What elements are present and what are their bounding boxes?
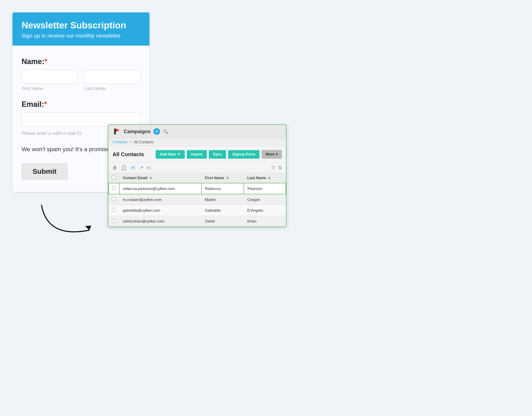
contacts-tbody: rebecca.pearson@zylker.com Rebecca Pears… — [108, 183, 286, 227]
form-subtitle: Sign up to receive our monthly newslette… — [22, 33, 140, 39]
row-first-name: Martin — [202, 194, 244, 205]
row-checkbox-cell — [108, 205, 119, 216]
email-icon[interactable]: 📧 — [130, 165, 136, 170]
submit-button[interactable]: Submit — [22, 163, 68, 180]
row-last-name: D'Angelo — [244, 205, 286, 216]
row-first-name: Zahid — [202, 216, 244, 227]
campaigns-title: Campaigns — [124, 129, 150, 134]
breadcrumb-contacts-link[interactable]: Contacts — [112, 140, 127, 144]
copy-icon[interactable]: 📋 — [121, 165, 126, 170]
signup-form-button[interactable]: Signup Form — [228, 150, 259, 159]
svg-rect-1 — [114, 129, 116, 134]
table-header-row: Contact Email ⇅ First Name ⇅ Last Name ⇅ — [108, 173, 286, 183]
th-first-name: First Name ⇅ — [202, 173, 244, 183]
row-email: zahid.khan@zylker.com — [119, 216, 202, 227]
email-label: Email:* — [22, 100, 140, 109]
row-checkbox[interactable] — [112, 208, 116, 212]
select-all-checkbox[interactable] — [112, 176, 116, 180]
th-checkbox — [108, 173, 119, 183]
header-actions: Add New ▼ Import Sync Signup Form More ▾ — [156, 150, 282, 159]
row-checkbox-cell — [108, 194, 119, 205]
row-checkbox[interactable] — [112, 197, 116, 201]
first-name-filter-icon[interactable]: ⇅ — [226, 176, 229, 180]
breadcrumb-separator: > — [129, 140, 132, 144]
row-email: m.cooper@zylker.com — [119, 194, 202, 205]
email-filter-icon[interactable]: ⇅ — [149, 176, 152, 180]
campaigns-topbar: Campaigns + 🔍 — [108, 125, 286, 138]
toolbar-right: ▽ ⇅ — [272, 165, 282, 170]
more-button[interactable]: More ▾ — [262, 150, 282, 159]
name-row: First name Last name — [22, 70, 140, 91]
search-icon[interactable]: 🔍 — [163, 129, 168, 134]
name-label: Name:* — [22, 57, 140, 66]
campaigns-panel: Campaigns + 🔍 Contacts > All Contacts Al… — [108, 124, 286, 227]
table-row[interactable]: rebecca.pearson@zylker.com Rebecca Pears… — [108, 183, 286, 194]
last-name-col: Last name — [84, 70, 140, 91]
row-email: gabriella@zylker.com — [119, 205, 202, 216]
contacts-table: Contact Email ⇅ First Name ⇅ Last Name ⇅… — [108, 173, 286, 227]
all-contacts-header: All Contacts Add New ▼ Import Sync Signu… — [108, 146, 286, 162]
export-icon[interactable]: ↗ — [139, 165, 143, 170]
first-name-col: First name — [22, 70, 78, 91]
list-icon[interactable]: ≡↓ — [147, 165, 152, 170]
form-header: Newsletter Subscription Sign up to recei… — [12, 12, 149, 46]
form-title: Newsletter Subscription — [22, 20, 140, 31]
campaigns-add-button[interactable]: + — [153, 128, 160, 135]
last-name-filter-icon[interactable]: ⇅ — [268, 176, 271, 180]
table-row[interactable]: gabriella@zylker.com Gabriella D'Angelo — [108, 205, 286, 216]
th-email: Contact Email ⇅ — [119, 173, 202, 183]
svg-marker-0 — [85, 226, 91, 230]
row-checkbox[interactable] — [112, 219, 116, 223]
first-name-input[interactable] — [22, 70, 78, 84]
breadcrumb: Contacts > All Contacts — [108, 138, 286, 146]
last-name-input[interactable] — [84, 70, 140, 84]
name-required-marker: * — [44, 57, 47, 66]
row-last-name: Khan — [244, 216, 286, 227]
table-row[interactable]: m.cooper@zylker.com Martin Cooper — [108, 194, 286, 205]
email-required-marker: * — [44, 100, 47, 108]
th-last-name: Last Name ⇅ — [244, 173, 286, 183]
row-checkbox[interactable] — [112, 186, 116, 190]
row-email: rebecca.pearson@zylker.com — [119, 183, 202, 194]
row-checkbox-cell — [108, 216, 119, 227]
toolbar: 🗑 📋 📧 ↗ ≡↓ ▽ ⇅ — [108, 162, 286, 173]
row-last-name: Cooper — [244, 194, 286, 205]
row-last-name: Pearson — [244, 183, 286, 194]
row-first-name: Rebecca — [202, 183, 244, 194]
all-contacts-title: All Contacts — [112, 151, 144, 158]
svg-marker-2 — [116, 129, 119, 132]
arrow-svg — [35, 201, 102, 243]
toolbar-left: 🗑 📋 📧 ↗ ≡↓ — [112, 165, 152, 170]
campaigns-logo — [113, 128, 121, 135]
filter-icon[interactable]: ▽ — [272, 165, 275, 170]
delete-icon[interactable]: 🗑 — [112, 165, 117, 170]
arrow-container — [35, 201, 102, 243]
sync-button[interactable]: Sync — [209, 150, 226, 159]
campaigns-logo-icon — [113, 128, 121, 135]
last-name-hint: Last name — [84, 86, 140, 91]
breadcrumb-current: All Contacts — [134, 140, 154, 144]
columns-icon[interactable]: ⇅ — [278, 165, 282, 170]
import-button[interactable]: Import — [187, 150, 207, 159]
row-checkbox-cell — [108, 183, 119, 194]
table-row[interactable]: zahid.khan@zylker.com Zahid Khan — [108, 216, 286, 227]
row-first-name: Gabriella — [202, 205, 244, 216]
add-new-button[interactable]: Add New ▼ — [156, 150, 185, 159]
first-name-hint: First name — [22, 86, 78, 91]
